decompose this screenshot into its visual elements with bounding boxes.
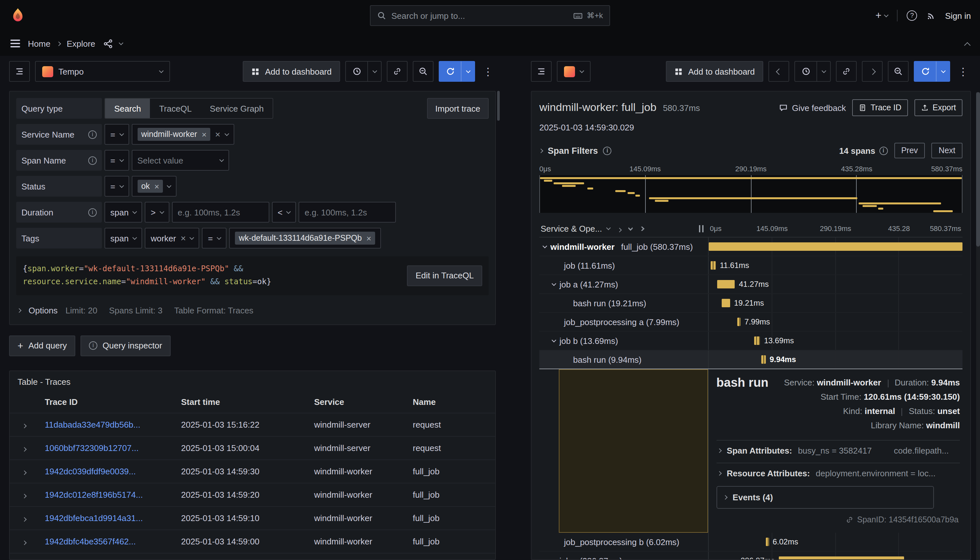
span-row[interactable]: job_postprocessing a (7.99ms)7.99ms [539, 313, 962, 332]
table-row[interactable]: 1942dbfebca1d9914a31...2025-01-03 14:59:… [10, 506, 495, 530]
next-button[interactable]: Next [932, 143, 962, 158]
trace-id-link[interactable]: 1942dbfebca1d9914a31... [45, 513, 143, 523]
duration-min-input[interactable]: e.g. 100ms, 1.2s [172, 202, 269, 223]
table-row[interactable]: 1060bbf732309b12707...2025-01-03 15:00:0… [10, 436, 495, 459]
query-type-tab-search[interactable]: Search [105, 98, 150, 118]
remove-chip-icon[interactable]: × [155, 182, 159, 190]
span-row[interactable]: job (11.61ms)11.61ms [539, 256, 962, 275]
span-bar[interactable] [766, 538, 769, 546]
selected-span-block[interactable] [559, 369, 708, 533]
row-expand-icon[interactable] [22, 517, 26, 522]
events-toggle[interactable]: Events (4) [717, 486, 934, 509]
time-picker-caret[interactable] [817, 61, 831, 82]
span-expand-icon[interactable] [552, 557, 556, 560]
add-to-dashboard-button[interactable]: Add to dashboard [666, 61, 763, 82]
search-input[interactable]: Search or jump to... ⌘+k [370, 5, 610, 26]
span-row[interactable]: job b (13.69ms)13.69ms [539, 332, 962, 350]
share-caret-icon[interactable] [118, 40, 123, 45]
tags-value-select[interactable]: wk-default-133114d6a91e-PSPQb× [229, 228, 381, 248]
status-value-select[interactable]: ok× [132, 176, 177, 197]
span-bar[interactable] [722, 299, 730, 307]
span-name-operator-select[interactable]: = [105, 150, 129, 171]
export-button[interactable]: Export [915, 99, 962, 116]
span-expand-icon[interactable] [543, 243, 547, 248]
span-name-value-select[interactable]: Select value [132, 150, 229, 171]
grafana-logo[interactable] [9, 7, 27, 24]
pane-menu-icon[interactable]: ⋮ [955, 65, 971, 78]
zoom-out-button[interactable] [888, 61, 908, 82]
span-bar[interactable] [779, 557, 904, 560]
duration-scope-select[interactable]: span [105, 202, 142, 223]
trace-minimap[interactable]: 0μs145.09ms290.19ms435.28ms580.37ms [539, 165, 962, 213]
span-bar[interactable] [761, 355, 765, 364]
new-menu-button[interactable]: + [875, 10, 888, 21]
give-feedback-button[interactable]: Give feedback [779, 103, 846, 113]
trace-id-link[interactable]: 1942dc039dfdf9e0039... [45, 466, 136, 476]
share-link-button[interactable] [387, 61, 408, 82]
datasource-picker[interactable]: Tempo [35, 61, 170, 82]
run-query-caret[interactable] [461, 61, 475, 82]
remove-chip-icon[interactable]: × [367, 234, 371, 242]
service-name-operator-select[interactable]: = [105, 124, 129, 145]
duration-gt-select[interactable]: > [145, 202, 169, 223]
edit-in-traceql-button[interactable]: Edit in TraceQL [407, 265, 482, 286]
column-header[interactable]: Name [406, 391, 495, 413]
row-expand-icon[interactable] [22, 493, 26, 498]
run-query-button[interactable] [439, 61, 461, 82]
row-expand-icon[interactable] [22, 447, 26, 451]
zoom-out-button[interactable] [413, 61, 433, 82]
query-options-toggle[interactable]: Options Limit: 20Spans Limit: 3Table For… [16, 303, 489, 318]
run-query-caret[interactable] [936, 61, 950, 82]
span-row[interactable]: job c (286.87ms)286.87ms [539, 552, 962, 560]
shift-time-forward-button[interactable] [862, 61, 883, 82]
breadcrumb-home[interactable]: Home [28, 38, 50, 48]
left-pane-scrollbar[interactable] [497, 91, 500, 121]
column-resize-handle[interactable] [699, 225, 703, 232]
time-picker-caret[interactable] [367, 61, 382, 82]
resource-attributes-toggle[interactable]: Resource Attributes: deployment.environm… [717, 463, 960, 478]
query-outline-button[interactable] [531, 61, 552, 82]
table-row[interactable]: 1942dc039dfdf9e0039...2025-01-03 14:59:3… [10, 459, 495, 483]
tags-scope-select[interactable]: span [105, 228, 142, 248]
trace-id-button[interactable]: Trace ID [852, 99, 908, 116]
clear-icon[interactable]: × [215, 130, 220, 139]
span-bar[interactable] [737, 318, 740, 326]
breadcrumb-explore[interactable]: Explore [67, 38, 95, 48]
span-bar[interactable] [717, 280, 735, 288]
help-icon[interactable]: ? [907, 10, 917, 21]
right-pane-scrollbar[interactable] [976, 92, 980, 560]
table-row[interactable]: 11dabada33e479db56b...2025-01-03 15:16:2… [10, 413, 495, 436]
add-query-button[interactable]: +Add query [9, 335, 75, 356]
row-expand-icon[interactable] [22, 540, 26, 545]
duration-max-input[interactable]: e.g. 100ms, 1.2s [299, 202, 396, 223]
service-name-value-select[interactable]: windmill-worker× × [132, 124, 234, 145]
row-expand-icon[interactable] [22, 470, 26, 475]
column-header[interactable]: Service [308, 391, 406, 413]
span-bar[interactable] [711, 261, 716, 270]
query-inspector-button[interactable]: iQuery inspector [80, 335, 171, 356]
time-picker-button[interactable] [345, 61, 367, 82]
trace-id-link[interactable]: 1060bbf732309b12707... [45, 443, 138, 453]
share-icon[interactable] [103, 38, 113, 48]
pane-menu-icon[interactable]: ⋮ [480, 65, 496, 78]
span-filters-toggle[interactable]: Span Filters i [539, 146, 612, 155]
time-picker-button[interactable] [794, 61, 817, 82]
shift-time-back-button[interactable] [768, 61, 789, 82]
expand-all-icon[interactable] [628, 227, 632, 231]
row-expand-icon[interactable] [22, 423, 26, 428]
span-row[interactable]: windmill-workerfull_job (580.37ms) [539, 237, 962, 256]
table-row[interactable]: 1942dbfc4be3567f462...2025-01-03 14:59:0… [10, 530, 495, 553]
query-outline-button[interactable] [9, 61, 30, 82]
duration-lt-select[interactable]: < [272, 202, 296, 223]
span-row[interactable]: bash run (19.21ms)19.21ms [539, 294, 962, 313]
menu-toggle-icon[interactable] [10, 40, 20, 47]
news-rss-icon[interactable] [927, 11, 936, 20]
span-bar[interactable] [709, 242, 962, 251]
sign-in-link[interactable]: Sign in [945, 11, 971, 20]
collapse-top-icon[interactable] [965, 38, 970, 48]
collapse-all-icon[interactable] [640, 227, 643, 230]
trace-id-link[interactable]: 11dabada33e479db56b... [45, 420, 140, 429]
span-row[interactable]: job a (41.27ms)41.27ms [539, 275, 962, 294]
table-row[interactable]: 1942dc012e8f196b5174...2025-01-03 14:59:… [10, 483, 495, 506]
query-type-tab-service-graph[interactable]: Service Graph [201, 98, 273, 118]
